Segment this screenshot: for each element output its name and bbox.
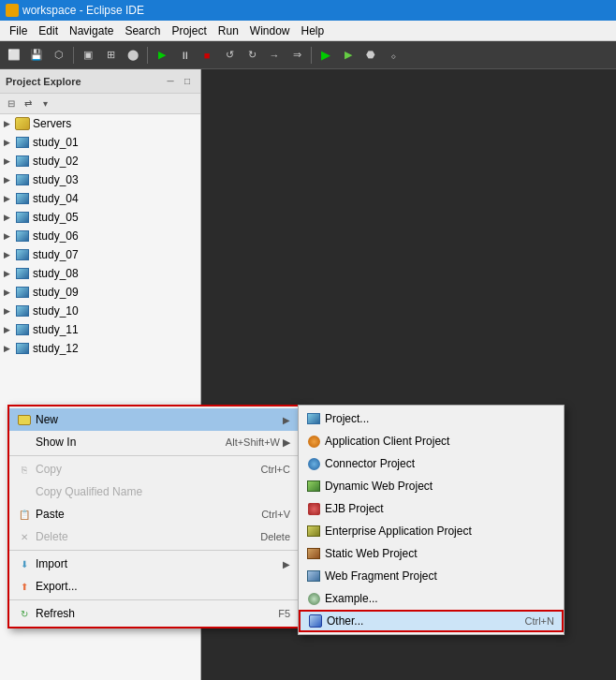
- tree-label: study_10: [33, 304, 79, 318]
- ctx-paste[interactable]: 📋 Paste Ctrl+V: [9, 503, 298, 525]
- toolbar-save[interactable]: 💾: [26, 45, 47, 66]
- tree-label: study_02: [33, 155, 79, 168]
- toolbar-btn10[interactable]: ▶: [338, 45, 359, 66]
- tree-item-study03[interactable]: ▶ study_03: [0, 170, 200, 189]
- sub-app-client[interactable]: Application Client Project: [299, 430, 564, 452]
- toolbar-step4[interactable]: ⇒: [286, 45, 307, 66]
- toolbar-btn3[interactable]: ⬡: [49, 45, 69, 66]
- toolbar-pause[interactable]: ⏸: [174, 45, 195, 66]
- toolbar-btn5[interactable]: ⊞: [100, 45, 121, 66]
- tree-item-study08[interactable]: ▶ study_08: [0, 264, 200, 283]
- toolbar-btn6[interactable]: ⬤: [123, 45, 143, 66]
- sub-ejb[interactable]: EJB Project: [299, 497, 564, 520]
- toolbar-debug[interactable]: ▶: [315, 45, 336, 66]
- sub-connector-icon: [306, 456, 321, 471]
- menu-run[interactable]: Run: [213, 22, 244, 39]
- ctx-copy-qualified[interactable]: Copy Qualified Name: [9, 480, 298, 503]
- sub-fragment-label: Web Fragment Project: [325, 569, 437, 583]
- project-icon: [15, 247, 30, 262]
- menu-file[interactable]: File: [4, 22, 33, 39]
- explorer-maximize[interactable]: □: [180, 74, 195, 89]
- tree-item-study10[interactable]: ▶ study_10: [0, 302, 200, 320]
- tree-arrow: ▶: [4, 344, 13, 353]
- project-icon: [15, 172, 30, 187]
- ctx-copy[interactable]: ⎘ Copy Ctrl+C: [9, 458, 298, 480]
- toolbar-btn11[interactable]: ⬣: [360, 45, 381, 66]
- menu-window[interactable]: Window: [244, 22, 296, 39]
- sub-enterprise-icon: [306, 524, 321, 539]
- show-in-icon: [17, 435, 32, 450]
- project-icon: [15, 341, 30, 356]
- sub-example-icon: [306, 591, 321, 606]
- sub-project-label: Project...: [325, 412, 369, 425]
- tree-item-study06[interactable]: ▶ study_06: [0, 227, 200, 245]
- tree-label: study_07: [33, 248, 79, 261]
- ctx-sep1: [9, 455, 298, 456]
- menu-edit[interactable]: Edit: [33, 22, 64, 39]
- tree-label: study_11: [33, 323, 79, 336]
- menu-bar: File Edit Navigate Search Project Run Wi…: [0, 21, 616, 41]
- copy-icon: ⎘: [17, 462, 32, 477]
- toolbar-step3[interactable]: →: [264, 45, 285, 66]
- ctx-copy-label: Copy: [36, 463, 62, 476]
- tree-arrow: ▶: [4, 213, 13, 222]
- tree-item-study01[interactable]: ▶ study_01: [0, 133, 200, 152]
- ctx-refresh[interactable]: ↻ Refresh F5: [9, 602, 298, 625]
- explorer-title: Project Explore: [6, 76, 81, 87]
- menu-navigate[interactable]: Navigate: [64, 22, 119, 39]
- toolbar-step2[interactable]: ↻: [242, 45, 262, 66]
- sub-connector[interactable]: Connector Project: [299, 452, 564, 475]
- ctx-sep3: [9, 599, 298, 600]
- sub-other[interactable]: Other... Ctrl+N: [299, 610, 564, 632]
- sub-dynamic-icon: [306, 479, 321, 494]
- project-icon: [15, 135, 30, 150]
- tree-arrow: ▶: [4, 231, 13, 241]
- tree-item-study12[interactable]: ▶ study_12: [0, 339, 200, 358]
- toolbar-sep2: [147, 47, 148, 64]
- toolbar-step1[interactable]: ↺: [219, 45, 240, 66]
- sub-other-shortcut: Ctrl+N: [525, 615, 554, 627]
- sub-enterprise[interactable]: Enterprise Application Project: [299, 520, 564, 542]
- tree-label: study_06: [33, 229, 79, 243]
- tree-item-study11[interactable]: ▶ study_11: [0, 320, 200, 339]
- tree-item-study07[interactable]: ▶ study_07: [0, 245, 200, 264]
- toolbar-stop[interactable]: ■: [197, 45, 217, 66]
- explorer-actions: ⊟ ⇄ ▾: [0, 94, 200, 114]
- ctx-import[interactable]: ⬇ Import ▶: [9, 553, 298, 575]
- ctx-new[interactable]: New ▶: [9, 408, 298, 431]
- sub-dynamic-label: Dynamic Web Project: [325, 480, 433, 493]
- sub-example[interactable]: Example...: [299, 587, 564, 610]
- sub-dynamic-web[interactable]: Dynamic Web Project: [299, 475, 564, 497]
- tree-item-study04[interactable]: ▶ study_04: [0, 189, 200, 208]
- ctx-paste-shortcut: Ctrl+V: [261, 509, 290, 520]
- servers-icon: [15, 116, 30, 131]
- sub-fragment[interactable]: Web Fragment Project: [299, 565, 564, 587]
- link-editor-btn[interactable]: ⇄: [21, 96, 36, 111]
- toolbar-btn12[interactable]: ⬦: [383, 45, 403, 66]
- view-menu-btn[interactable]: ▾: [37, 96, 52, 111]
- tree-item-study05[interactable]: ▶ study_05: [0, 208, 200, 227]
- toolbar-btn4[interactable]: ▣: [78, 45, 98, 66]
- explorer-minimize[interactable]: ─: [163, 74, 178, 89]
- project-icon: [15, 229, 30, 244]
- sub-project[interactable]: Project...: [299, 407, 564, 430]
- ctx-export[interactable]: ⬆ Export...: [9, 575, 298, 598]
- toolbar-new[interactable]: ⬜: [4, 45, 24, 66]
- ctx-delete-shortcut: Delete: [260, 531, 290, 542]
- menu-search[interactable]: Search: [119, 22, 166, 39]
- menu-project[interactable]: Project: [166, 22, 212, 39]
- sub-static-web[interactable]: Static Web Project: [299, 542, 564, 565]
- ctx-delete[interactable]: ✕ Delete Delete: [9, 525, 298, 548]
- ctx-import-label: Import: [36, 557, 67, 570]
- tree-item-study02[interactable]: ▶ study_02: [0, 152, 200, 170]
- sub-app-client-icon: [306, 434, 321, 449]
- ctx-show-in[interactable]: Show In Alt+Shift+W ▶: [9, 431, 298, 453]
- tree-item-servers[interactable]: ▶ Servers: [0, 114, 200, 133]
- ctx-refresh-shortcut: F5: [278, 608, 290, 619]
- context-menu-left: New ▶ Show In Alt+Shift+W ▶ ⎘ Copy Ctrl+…: [7, 405, 300, 628]
- menu-help[interactable]: Help: [296, 22, 330, 39]
- tree-item-study09[interactable]: ▶ study_09: [0, 283, 200, 302]
- toolbar-run[interactable]: ▶: [152, 45, 172, 66]
- collapse-all-btn[interactable]: ⊟: [4, 96, 19, 111]
- toolbar-sep3: [311, 47, 312, 64]
